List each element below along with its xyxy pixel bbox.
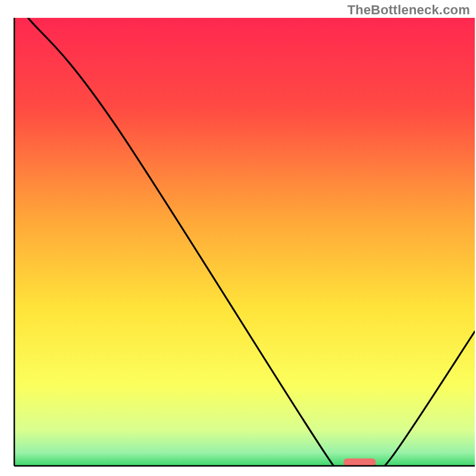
chart-stage: TheBottleneck.com xyxy=(0,0,476,476)
bottleneck-plot xyxy=(0,0,476,476)
gradient-background xyxy=(14,18,475,466)
optimal-range-marker xyxy=(343,459,375,466)
